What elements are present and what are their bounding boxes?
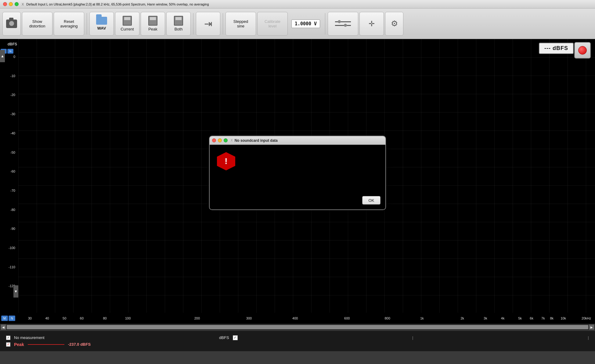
scroll-right-button[interactable]: ▶ [589, 324, 594, 330]
status-row-measurement: No measurement dBFS | | [6, 335, 589, 340]
x-tick-60: 60 [80, 316, 84, 320]
x-tick-800: 800 [384, 316, 390, 320]
move-icon: ✛ [369, 20, 375, 28]
peak-button[interactable]: Peak [141, 12, 165, 36]
x-zoom-in-button[interactable]: M [1, 316, 8, 321]
floppy-peak-icon [148, 16, 157, 26]
separator-2 [193, 13, 193, 34]
import-button[interactable]: ⇥ [196, 12, 220, 36]
x-tick-300: 300 [246, 316, 252, 320]
record-button[interactable] [574, 42, 591, 59]
modal-footer: OK [210, 194, 385, 209]
x-tick-200: 200 [194, 316, 200, 320]
svg-point-3 [344, 24, 347, 27]
wav-button[interactable]: WAV [89, 12, 114, 36]
separator-4 [325, 13, 325, 34]
y-scroll-up-button[interactable]: ▲ [0, 50, 5, 62]
y-axis-unit-label: dBFS [1, 42, 17, 46]
floppy-current-icon [123, 16, 132, 26]
x-tick-20k: 20kHz [582, 316, 591, 320]
y-tick-0: 0 [13, 55, 15, 59]
x-tick-400: 400 [292, 316, 298, 320]
y-tick-100: -100 [9, 246, 15, 250]
measurement-checkbox[interactable] [6, 336, 10, 340]
status-dbfs-label: dBFS [219, 335, 229, 340]
scroll-left-button[interactable]: ◀ [1, 324, 6, 330]
x-tick-3k: 3k [484, 316, 487, 320]
floppy-both-icon [174, 16, 183, 26]
reset-averaging-button[interactable]: Reset averaging [54, 12, 84, 36]
y-tick-80: -80 [10, 208, 15, 212]
close-button[interactable] [3, 2, 7, 6]
y-zoom-out-button[interactable]: N [7, 49, 13, 54]
status-row-peak: Peak -237.0 dBFS [6, 342, 589, 347]
stepped-sine-label: Stepped sine [233, 19, 248, 28]
voltage-display: 1.0000 V [289, 12, 323, 36]
x-zoom-out-button[interactable]: N [9, 316, 15, 321]
import-icon: ⇥ [204, 18, 212, 30]
calibrate-level-button[interactable]: Calibrate level [257, 12, 288, 36]
separator-1 [87, 13, 87, 34]
peak-save-label: Peak [148, 27, 157, 31]
current-label: Current [121, 27, 134, 31]
both-label: Both [175, 27, 183, 31]
dbfs-display: --- dBFS [539, 43, 574, 54]
current-button[interactable]: Current [115, 12, 139, 36]
svg-point-1 [338, 20, 341, 23]
svg-rect-2 [335, 25, 351, 26]
x-tick-6k: 6k [530, 316, 533, 320]
dbfs-check-icon[interactable] [233, 335, 238, 340]
error-dialog: X No soundcard input data ! OK [209, 136, 386, 210]
y-tick-40: -40 [10, 131, 15, 135]
x-tick-5k: 5k [518, 316, 522, 320]
camera-button[interactable] [2, 12, 21, 36]
y-tick-20: -20 [10, 93, 15, 97]
x-tick-7k: 7k [541, 316, 545, 320]
y-tick-110: -110 [9, 265, 15, 269]
x-tick-1k: 1k [420, 316, 424, 320]
y-tick-10: -10 [10, 74, 15, 78]
x-axis-inner: M N 30 40 50 60 80 100 200 300 400 600 8… [18, 313, 595, 324]
scroll-thumb[interactable] [7, 325, 588, 329]
x-tick-4k: 4k [501, 316, 505, 320]
warning-symbol: ! [225, 156, 227, 166]
title-bar: X Default Input L on UltraLitemk5 [plugh… [0, 0, 595, 9]
measurement-label: No measurement [14, 335, 45, 340]
y-tick-30: -30 [10, 112, 15, 116]
gear-icon: ⚙ [391, 19, 398, 28]
both-button[interactable]: Both [166, 12, 191, 36]
x-tick-80: 80 [103, 316, 106, 320]
gear-button[interactable]: ⚙ [385, 12, 403, 36]
peak-label: Peak [14, 342, 24, 347]
show-distortion-label: Show distortion [29, 19, 45, 28]
modal-maximize-button[interactable] [224, 138, 228, 142]
y-tick-60: -60 [10, 170, 15, 173]
peak-value: -237.0 dBFS [68, 342, 91, 347]
modal-x-icon: X [231, 139, 233, 142]
y-tick-50: -50 [10, 151, 15, 154]
y-scroll-down-button[interactable]: ▼ [13, 285, 18, 298]
scroll-track[interactable] [7, 325, 588, 329]
modal-minimize-button[interactable] [218, 138, 222, 142]
x-axis: M N 30 40 50 60 80 100 200 300 400 600 8… [0, 313, 595, 324]
stepped-sine-button[interactable]: Stepped sine [225, 12, 256, 36]
title-x-icon: X [22, 2, 24, 6]
x-tick-100: 100 [125, 316, 131, 320]
minimize-button[interactable] [9, 2, 13, 6]
move-button[interactable]: ✛ [359, 12, 384, 36]
zoom-slider-button[interactable] [328, 12, 358, 36]
svg-rect-0 [335, 21, 351, 22]
x-tick-10k: 10k [561, 316, 566, 320]
peak-checkbox[interactable] [6, 342, 10, 347]
modal-body: ! [210, 145, 385, 194]
modal-close-button[interactable] [212, 138, 216, 142]
calibrate-level-label: Calibrate level [265, 19, 280, 28]
ok-button[interactable]: OK [362, 196, 380, 205]
toolbar: Show distortion Reset averaging WAV Curr… [0, 9, 595, 39]
x-tick-30: 30 [28, 316, 32, 320]
maximize-button[interactable] [15, 2, 19, 6]
show-distortion-button[interactable]: Show distortion [22, 12, 52, 36]
wav-label: WAV [97, 26, 106, 30]
modal-content-row: ! [217, 152, 235, 170]
warning-icon: ! [217, 152, 235, 170]
